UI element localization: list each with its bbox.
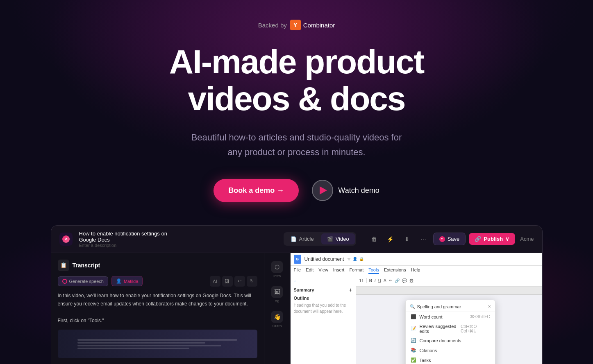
sidebar-item-intro[interactable]: ⬡ Intro [264,258,290,281]
app-title-block: How to enable notification settings on G… [79,231,175,248]
outline-label: Outline [294,296,352,301]
outro-icon: 👋 [271,311,283,323]
ctx-search-icon: 🔍 [410,304,415,309]
bold-btn[interactable]: B [369,278,372,283]
highlight-btn[interactable]: ✏ [389,278,392,283]
ctx-item-tasks[interactable]: ✅ Tasks [406,355,495,364]
app-body: 📋 Transcript Generate speech 👤 Matilda A… [51,253,542,364]
italic-btn[interactable]: I [375,278,376,283]
menu-file[interactable]: File [294,267,301,274]
gdocs-title-row: G Untitled document ☆ 👤 🔒 [291,253,542,266]
right-area: ⬡ Intro 🖼 Bg 👋 Outro [264,253,542,364]
app-preview: P How to enable notification settings on… [51,225,543,364]
ctx-item-word-count[interactable]: ⬛ Word count ⌘+Shift+C [406,312,495,322]
image-tool-button[interactable]: 🖼 [222,276,233,287]
transcript-text: In this video, we'll learn how to enable… [58,292,257,325]
tab-group: 📄 Article 🎬 Video [284,232,356,246]
link-btn[interactable]: 🔗 [395,278,400,283]
tab-article[interactable]: 📄 Article [285,233,320,244]
menu-view[interactable]: View [318,267,328,274]
menu-insert[interactable]: Insert [333,267,345,274]
screenshot-line [77,348,189,349]
summary-label: Summary [294,287,314,292]
gdocs-logo: G [294,255,301,264]
intro-icon: ⬡ [271,261,283,273]
bg-label: Bg [275,299,279,303]
book-demo-button[interactable]: Book a demo → [214,179,299,202]
gdocs-back-btn[interactable]: ← [294,278,352,283]
transcript-header: 📋 Transcript [58,260,257,271]
screenshot-mockup [58,330,257,358]
lock-icon: 🔒 [359,257,364,261]
context-menu: 🔍 ✕ ⬛ Word count ⌘+Shift+C [405,300,495,364]
yc-logo: Y [290,20,301,30]
outline-text: Headings that you add to the document wi… [294,302,352,314]
trash-button[interactable]: 🗑 [368,233,381,246]
yc-badge-row: Backed by Y Combinator [258,20,335,30]
ctx-search-row: 🔍 ✕ [406,302,495,312]
sidebar-item-outro[interactable]: 👋 Outro [264,308,290,331]
gdocs-title: Untitled document [304,256,344,262]
tasks-icon: ✅ [411,357,416,363]
intro-label: Intro [273,274,281,278]
transcript-title: Transcript [73,262,100,269]
word-count-icon: ⬛ [411,314,416,320]
outro-label: Outro [273,324,282,328]
save-icon: ✦ [439,236,445,242]
menu-edit[interactable]: Edit [306,267,314,274]
publish-icon: 🔗 [475,236,481,242]
left-panel: 📋 Transcript Generate speech 👤 Matilda A… [51,253,264,364]
color-btn[interactable]: A [384,278,386,283]
ai-tool-button[interactable]: AI [210,276,220,287]
watch-demo-button[interactable]: Watch demo [312,180,379,201]
screenshot-lines [77,339,237,349]
redo-tool-button[interactable]: ↻ [247,276,257,287]
ctx-item-citations[interactable]: 📚 Citations [406,346,495,355]
star-icon: ☆ [347,257,351,261]
sidebar-icons: ⬡ Intro 🖼 Bg 👋 Outro [264,253,291,364]
tab-video[interactable]: 🎬 Video [321,233,355,244]
gdocs-main-area: 11 B I U A ✏ 🔗 💬 🖼 [356,275,542,364]
bg-icon: 🖼 [271,286,283,298]
underline-btn[interactable]: U [378,278,381,283]
format-sep [366,278,367,283]
publish-button[interactable]: 🔗 Publish ∨ [469,233,515,245]
app-header: P How to enable notification settings on… [51,226,542,253]
app-description: Enter a description [79,243,175,248]
menu-tools[interactable]: Tools [368,267,379,274]
menu-extensions[interactable]: Extensions [384,267,406,274]
gen-speech-icon [62,279,67,284]
gdocs-ruler-toolbar: 11 B I U A ✏ 🔗 💬 🖼 [356,275,542,287]
ctx-item-review-edits[interactable]: 📝 Review suggested edits Ctrl+⌘O Ctrl+⌘U [406,322,495,336]
transcript-toolbar: Generate speech 👤 Matilda AI 🖼 ↩ ↻ [58,276,257,287]
transcript-screenshot [58,330,257,358]
menu-format[interactable]: Format [349,267,364,274]
save-button[interactable]: ✦ Save [433,233,466,245]
play-icon [312,180,333,201]
matilda-voice-button[interactable]: 👤 Matilda [111,276,143,286]
generate-speech-button[interactable]: Generate speech [58,276,108,286]
compare-icon: 🔄 [411,338,416,344]
sidebar-item-bg[interactable]: 🖼 Bg [264,283,290,306]
person-icon: 👤 [352,257,357,261]
comment-btn[interactable]: 💬 [402,278,407,283]
summary-add-button[interactable]: + [349,287,352,293]
screenshot-line [77,342,205,344]
ctx-search-input[interactable] [417,304,488,309]
back-arrow-icon: ← [294,278,298,283]
undo-tool-button[interactable]: ↩ [234,276,245,287]
app-logo-icon: P [62,235,70,243]
download-button[interactable]: ⬇ [400,233,414,246]
menu-help[interactable]: Help [411,267,420,274]
more-button[interactable]: ⋯ [417,233,430,246]
ctx-close-button[interactable]: ✕ [488,304,491,309]
translate-button[interactable]: ⚡ [384,233,397,246]
ctx-item-compare[interactable]: 🔄 Compare documents [406,336,495,346]
article-icon: 📄 [291,236,297,242]
gdocs-menu-bar: File Edit View Insert Format Tools Exten… [291,266,542,275]
right-tools: AI 🖼 ↩ ↻ [210,276,257,287]
insert-img-btn[interactable]: 🖼 [409,278,414,283]
screenshot-line [77,345,221,346]
review-edits-icon: 📝 [411,326,416,332]
app-title: How to enable notification settings on G… [79,231,175,243]
